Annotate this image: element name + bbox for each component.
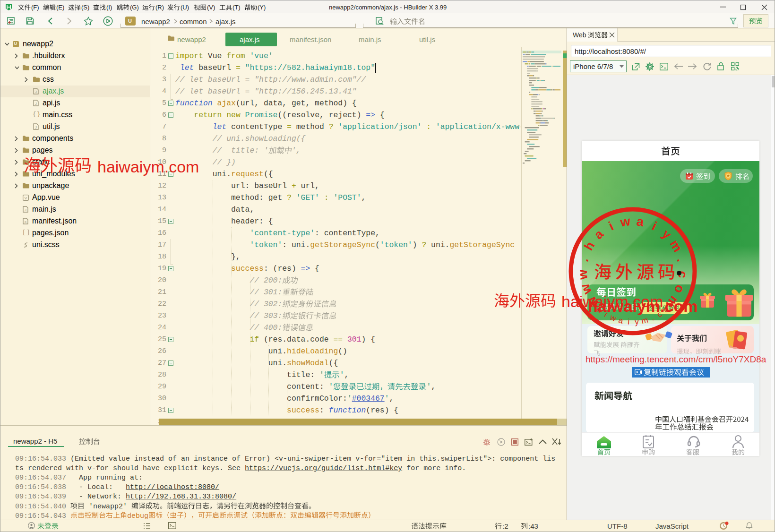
svg-text:i: i [650,219,659,233]
svg-text:w: w [619,214,632,230]
svg-text:i: i [606,219,616,233]
svg-text:J: J [35,90,37,94]
svg-text:o: o [25,220,26,223]
svg-text:a: a [591,226,606,242]
svg-text:.: . [577,257,591,263]
svg-text:w: w [575,269,590,281]
svg-text:y: y [659,227,674,242]
svg-text:V: V [25,196,27,200]
svg-text:a: a [618,316,624,326]
svg-text:m: m [667,238,685,255]
svg-text:i: i [628,317,630,326]
svg-text:w: w [577,282,594,297]
svg-text:.: . [674,257,689,263]
svg-text:m: m [640,316,649,326]
svg-text:o: o [672,283,688,295]
svg-text:J: J [35,102,37,105]
svg-text:J: J [25,208,26,212]
svg-text:h: h [581,239,597,253]
svg-text:J: J [35,126,37,129]
svg-text:y: y [635,317,639,326]
svg-text:a: a [636,214,645,229]
